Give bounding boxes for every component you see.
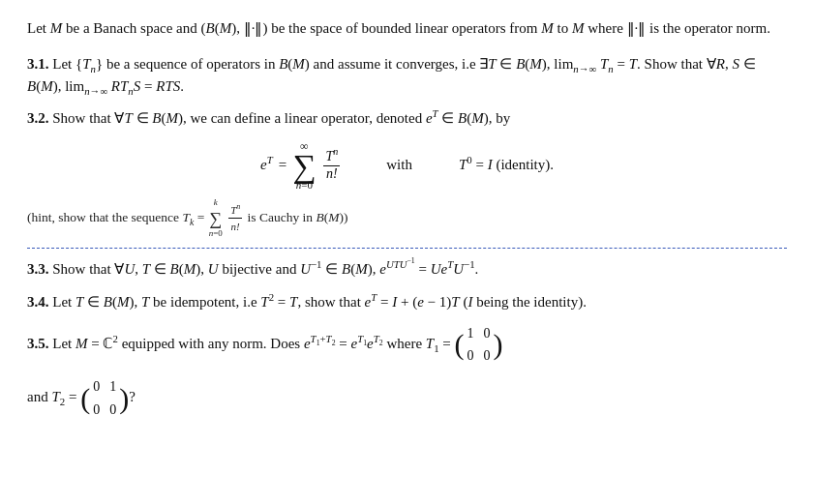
hint-frac-den: n! bbox=[229, 219, 242, 235]
hint-sigma: k ∑ n=0 bbox=[209, 196, 223, 240]
intro-paragraph: Let M be a Banach space and (B(M), ‖·‖) … bbox=[27, 17, 787, 40]
formula-with-text: with bbox=[386, 157, 412, 173]
hint-sigma-lower: n=0 bbox=[209, 227, 223, 241]
fraction-numerator: Tn bbox=[323, 149, 340, 166]
hint-sigma-upper: k bbox=[214, 196, 218, 210]
matrix-t1-cell-00: 1 bbox=[467, 323, 474, 344]
matrix-t1-cell-10: 0 bbox=[467, 345, 474, 367]
fraction-denominator: n! bbox=[324, 166, 340, 182]
formula-sum-block: eT = ∞ ∑ n=0 Tn n! bbox=[260, 139, 340, 191]
matrix-t2-cell-00: 0 bbox=[93, 376, 100, 398]
main-content: Let M be a Banach space and (B(M), ‖·‖) … bbox=[27, 17, 787, 421]
section-label-3-1: 3.1. bbox=[27, 56, 49, 72]
matrix-t1: ( 1 0 0 0 ) bbox=[455, 323, 503, 367]
formula-t0-identity: T0 = I (identity). bbox=[459, 157, 554, 173]
section-label-3-5: 3.5. bbox=[27, 336, 49, 351]
matrix-t2-left-bracket: ( bbox=[80, 384, 90, 413]
section-3-3: 3.3. Show that ∀U, T ∈ B(M), U bijective… bbox=[27, 258, 787, 281]
matrix-t1-cell-11: 0 bbox=[484, 345, 491, 367]
section-label-3-4: 3.4. bbox=[27, 294, 49, 310]
hint-frac-num: Tn bbox=[228, 202, 242, 220]
matrix-t1-cell-01: 0 bbox=[484, 323, 491, 344]
hint-sigma-sym: ∑ bbox=[209, 210, 222, 227]
section-3-5-t2: and T2 = ( 0 1 0 0 ) ? bbox=[27, 376, 787, 420]
hint-3-2: (hint, show that the sequence Tk = k ∑ n… bbox=[27, 196, 787, 240]
matrix-t2-right-bracket: ) bbox=[119, 384, 129, 413]
matrix-t1-left-bracket: ( bbox=[455, 330, 465, 359]
section-3-5: 3.5. Let M = ℂ2 equipped with any norm. … bbox=[27, 323, 787, 367]
matrix-t2-cell-01: 1 bbox=[109, 376, 116, 398]
hint-fraction: Tn n! bbox=[228, 202, 242, 235]
formula-et-lhs: eT bbox=[260, 157, 273, 173]
matrix-t2: ( 0 1 0 0 ) bbox=[80, 376, 129, 420]
section-label-3-3: 3.3. bbox=[27, 261, 49, 277]
section-3-4: 3.4. Let T ∈ B(M), T be idempotent, i.e … bbox=[27, 291, 787, 313]
matrix-t1-right-bracket: ) bbox=[494, 330, 503, 359]
section-3-1: 3.1. Let {Tn} be a sequence of operators… bbox=[27, 53, 787, 99]
matrix-t2-cell-10: 0 bbox=[93, 400, 100, 421]
formula-et: eT = ∞ ∑ n=0 Tn n! with T0 = I (identity… bbox=[27, 139, 787, 191]
sigma-symbol: ∑ bbox=[292, 150, 316, 183]
section-label-3-2: 3.2. bbox=[27, 110, 49, 126]
formula-equals-1: = bbox=[279, 157, 286, 173]
formula-fraction: Tn n! bbox=[323, 149, 340, 182]
sigma-with-limits: ∞ ∑ n=0 bbox=[292, 139, 316, 191]
section-divider bbox=[27, 248, 787, 249]
matrix-t2-body: 0 1 0 0 bbox=[93, 376, 116, 420]
matrix-t1-body: 1 0 0 0 bbox=[467, 323, 491, 367]
sigma-lower-limit: n=0 bbox=[296, 179, 313, 191]
section-3-2: 3.2. Show that ∀T ∈ B(M), we can define … bbox=[27, 107, 787, 130]
matrix-t2-cell-11: 0 bbox=[109, 400, 116, 421]
